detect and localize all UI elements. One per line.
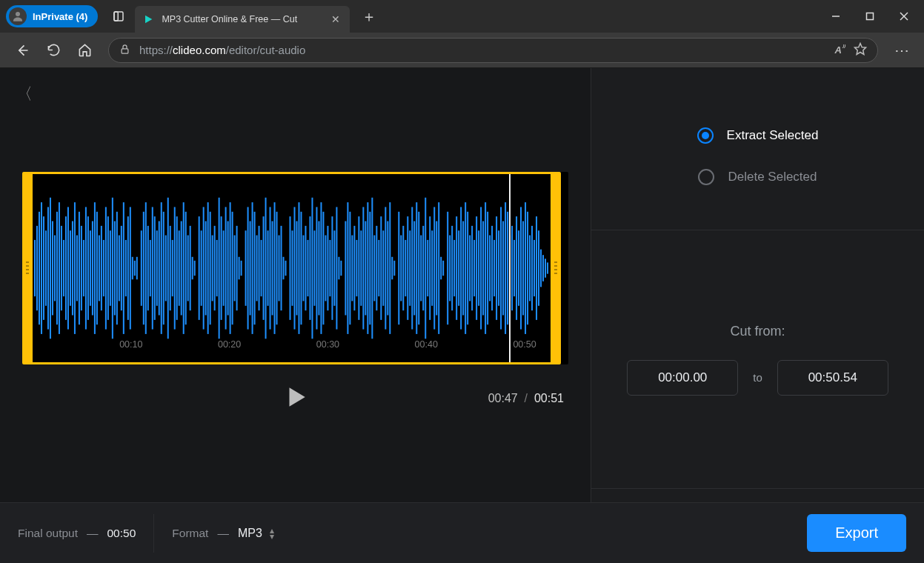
svg-rect-223 [520, 207, 522, 329]
svg-rect-27 [70, 230, 71, 306]
svg-rect-133 [313, 230, 315, 306]
svg-rect-79 [187, 236, 189, 302]
tab-actions-button[interactable] [108, 6, 129, 27]
svg-rect-91 [216, 240, 218, 296]
svg-rect-212 [496, 216, 497, 320]
svg-rect-107 [254, 212, 256, 324]
tick-label: 00:20 [218, 339, 241, 350]
format-value: MP3 [238, 527, 262, 540]
svg-rect-233 [542, 255, 544, 282]
radio-label: Delete Selected [728, 170, 817, 184]
address-bar[interactable]: https:// clideo.com /editor/cut-audio A⁾… [108, 38, 878, 63]
play-button[interactable] [283, 384, 308, 413]
svg-rect-193 [453, 240, 455, 296]
favorite-star-icon[interactable] [854, 42, 867, 58]
url-path: /editor/cut-audio [226, 44, 306, 56]
svg-rect-117 [276, 212, 278, 324]
svg-rect-146 [345, 221, 346, 316]
svg-rect-59 [143, 212, 144, 324]
svg-rect-86 [205, 221, 207, 316]
new-tab-button[interactable]: ＋ [359, 7, 379, 27]
radio-extract-selected[interactable]: Extract Selected [697, 127, 819, 144]
svg-rect-47 [114, 221, 116, 316]
tab-close-icon[interactable]: ✕ [329, 13, 342, 25]
editor-back-button[interactable]: 〈 [16, 83, 33, 105]
browser-menu-button[interactable]: ⋯ [888, 37, 915, 64]
svg-rect-77 [183, 202, 185, 334]
selection-handle-left[interactable] [22, 172, 33, 364]
window-maximize-icon[interactable] [853, 0, 887, 33]
svg-rect-110 [261, 240, 262, 296]
svg-rect-199 [467, 212, 468, 324]
inprivate-indicator[interactable]: InPrivate (4) [6, 5, 98, 27]
cut-from-input[interactable]: 00:00.00 [627, 360, 738, 396]
playhead-indicator[interactable] [509, 174, 511, 362]
waveform-container[interactable]: 00:10 00:20 00:30 00:40 00:50 [22, 172, 568, 364]
svg-rect-231 [538, 230, 539, 306]
svg-rect-97 [230, 202, 231, 334]
svg-rect-209 [489, 236, 491, 302]
svg-rect-167 [391, 257, 393, 279]
svg-rect-130 [307, 240, 308, 296]
svg-rect-156 [367, 202, 368, 334]
svg-rect-75 [179, 230, 180, 306]
window-minimize-icon[interactable] [819, 0, 853, 33]
svg-rect-171 [402, 226, 404, 310]
browser-tab[interactable]: MP3 Cutter Online & Free — Cut ✕ [135, 6, 350, 33]
svg-rect-207 [485, 202, 486, 334]
window-close-icon[interactable] [887, 0, 921, 33]
format-selector[interactable]: Format — MP3 ▴▾ [172, 527, 274, 540]
svg-rect-143 [336, 207, 337, 329]
svg-rect-112 [265, 198, 267, 339]
nav-home-button[interactable] [71, 37, 98, 64]
radio-delete-selected[interactable]: Delete Selected [698, 169, 817, 185]
svg-rect-49 [119, 236, 120, 302]
svg-rect-45 [110, 230, 111, 306]
svg-rect-87 [207, 202, 209, 334]
svg-rect-219 [511, 226, 513, 310]
svg-rect-205 [480, 207, 482, 329]
svg-rect-178 [418, 212, 419, 324]
svg-rect-131 [309, 216, 310, 320]
svg-rect-39 [96, 212, 98, 324]
svg-rect-148 [349, 212, 350, 324]
svg-rect-202 [473, 240, 475, 296]
svg-rect-83 [199, 216, 200, 320]
cut-to-input[interactable]: 00:50.54 [777, 360, 888, 396]
window-controls [819, 0, 921, 33]
svg-rect-153 [360, 230, 362, 306]
svg-rect-175 [411, 207, 413, 329]
svg-rect-196 [460, 207, 462, 329]
svg-rect-95 [225, 207, 227, 329]
time-readout: 00:47 / 00:51 [488, 392, 564, 405]
tick-label: 00:50 [513, 339, 536, 350]
svg-rect-168 [393, 261, 395, 276]
svg-rect-204 [478, 230, 479, 306]
nav-back-button[interactable] [9, 37, 36, 64]
tick-label: 00:10 [119, 339, 142, 350]
svg-rect-61 [147, 226, 149, 310]
svg-rect-29 [74, 202, 76, 334]
svg-rect-144 [338, 257, 339, 279]
svg-rect-134 [316, 207, 317, 329]
site-info-lock-icon[interactable] [119, 44, 130, 57]
svg-rect-80 [190, 226, 191, 310]
svg-rect-135 [318, 221, 319, 316]
svg-rect-222 [518, 230, 519, 306]
export-button[interactable]: Export [807, 514, 906, 552]
url-host: clideo.com [173, 44, 226, 56]
svg-rect-99 [234, 236, 236, 302]
svg-rect-118 [279, 236, 280, 302]
radio-label: Extract Selected [727, 128, 819, 143]
svg-rect-103 [245, 230, 247, 306]
bottom-bar: Final output — 00:50 Format — MP3 ▴▾ Exp… [0, 502, 924, 563]
svg-rect-106 [252, 202, 253, 334]
selection-handle-right[interactable] [551, 172, 561, 364]
svg-rect-181 [425, 198, 426, 339]
read-aloud-icon[interactable]: A⁾⁾ [835, 44, 845, 56]
svg-rect-113 [267, 230, 269, 306]
svg-rect-42 [103, 240, 104, 296]
nav-refresh-button[interactable] [40, 37, 67, 64]
waveform-time-ticks: 00:10 00:20 00:30 00:40 00:50 [33, 339, 551, 360]
svg-rect-123 [292, 230, 293, 306]
